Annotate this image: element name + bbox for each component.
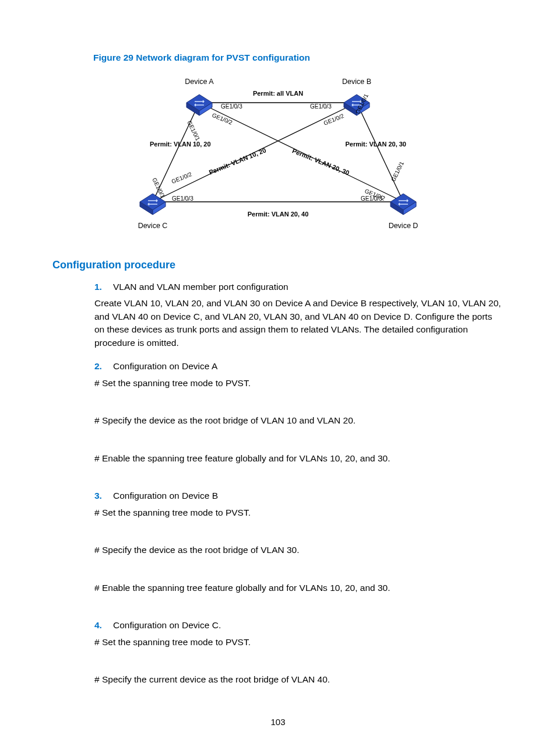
intro-paragraph: Create VLAN 10, VLAN 20, and VLAN 30 on …	[94, 297, 504, 349]
svg-line-2	[357, 103, 403, 202]
list-number: 1.	[94, 281, 113, 293]
svg-text:GE1/0/1: GE1/0/1	[390, 160, 405, 183]
permit-bottom: Permit: VLAN 20, 40	[248, 211, 309, 218]
body-content: 1. VLAN and VLAN member port configurati…	[94, 281, 504, 687]
device-a-step-3: # Enable the spanning tree feature globa…	[94, 452, 504, 465]
svg-text:GE1/0/3: GE1/0/3	[361, 195, 382, 202]
device-b-label: Device B	[342, 78, 371, 86]
list-text: VLAN and VLAN member port configuration	[113, 281, 288, 293]
svg-text:GE1/0/3: GE1/0/3	[221, 103, 242, 110]
device-c-step-1: # Set the spanning tree mode to PVST.	[94, 636, 504, 649]
list-item-3: 3. Configuration on Device B	[94, 489, 504, 502]
page: Figure 29 Network diagram for PVST confi…	[0, 0, 556, 756]
svg-text:GE1/0/1: GE1/0/1	[186, 120, 201, 142]
figure-title: Figure 29 Network diagram for PVST confi…	[93, 52, 504, 63]
list-item-1: 1. VLAN and VLAN member port configurati…	[94, 281, 504, 293]
svg-text:GE1/0/2: GE1/0/2	[171, 171, 193, 185]
svg-text:GE1/0/3: GE1/0/3	[172, 195, 193, 202]
list-number: 4.	[94, 619, 113, 632]
device-c-step-2: # Specify the current device as the root…	[94, 673, 504, 686]
svg-text:GE1/0/3: GE1/0/3	[310, 103, 332, 110]
list-text: Configuration on Device B	[113, 489, 218, 502]
svg-text:GE1/0/2: GE1/0/2	[323, 113, 346, 127]
list-number: 3.	[94, 489, 113, 502]
device-c-label: Device C	[138, 222, 168, 230]
list-text: Configuration on Device A	[113, 360, 217, 373]
permit-diag-right: Permit: VLAN 20, 30	[291, 147, 350, 176]
device-a-label: Device A	[185, 78, 214, 86]
permit-left: Permit: VLAN 10, 20	[150, 141, 211, 148]
page-number: 103	[0, 717, 556, 727]
permit-diag-left: Permit: VLAN 10, 20	[208, 146, 267, 176]
device-b-step-1: # Set the spanning tree mode to PVST.	[94, 506, 504, 519]
device-b-step-3: # Enable the spanning tree feature globa…	[94, 582, 504, 594]
permit-top: Permit: all VLAN	[253, 90, 303, 97]
device-a-step-1: # Set the spanning tree mode to PVST.	[94, 377, 504, 390]
device-d-label: Device D	[389, 222, 418, 230]
list-item-2: 2. Configuration on Device A	[94, 360, 504, 373]
list-item-4: 4. Configuration on Device C.	[94, 619, 504, 632]
permit-right: Permit: VLAN 20, 30	[345, 141, 406, 148]
device-a-step-2: # Specify the device as the root bridge …	[94, 414, 504, 427]
list-number: 2.	[94, 360, 113, 373]
section-title: Configuration procedure	[52, 259, 504, 271]
network-diagram: Device A Device B Device C Device D Perm…	[52, 68, 504, 243]
device-b-step-2: # Specify the device as the root bridge …	[94, 544, 504, 556]
list-text: Configuration on Device C.	[113, 619, 221, 632]
